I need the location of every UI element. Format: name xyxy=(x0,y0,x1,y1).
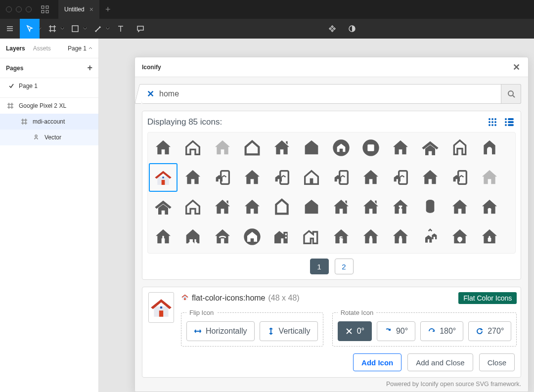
icon-result[interactable] xyxy=(386,133,415,162)
icon-result[interactable] xyxy=(178,193,207,221)
icon-result[interactable] xyxy=(178,222,207,251)
icon-result[interactable] xyxy=(386,163,415,192)
icon-result[interactable] xyxy=(178,163,207,192)
page-button[interactable]: 1 xyxy=(310,259,329,274)
icon-result[interactable] xyxy=(416,163,445,192)
icon-result[interactable] xyxy=(178,133,207,162)
icon-result[interactable] xyxy=(267,193,296,221)
icon-result[interactable] xyxy=(386,222,415,251)
mask-icon[interactable] xyxy=(342,19,362,39)
icon-result[interactable] xyxy=(475,222,504,251)
svg-rect-39 xyxy=(285,237,287,238)
traffic-light-zoom[interactable] xyxy=(26,6,32,12)
assets-tab[interactable]: Assets xyxy=(33,45,51,52)
icon-result[interactable] xyxy=(475,193,504,221)
close-button[interactable]: Close xyxy=(479,353,515,371)
icon-result[interactable] xyxy=(208,193,237,221)
svg-point-17 xyxy=(491,118,493,120)
icon-result[interactable] xyxy=(475,163,504,192)
new-tab-button[interactable]: + xyxy=(99,4,117,15)
svg-rect-38 xyxy=(285,233,287,235)
move-tool-button[interactable] xyxy=(20,19,40,39)
icon-result[interactable] xyxy=(356,222,385,251)
icon-result[interactable] xyxy=(445,133,474,162)
components-icon[interactable] xyxy=(322,19,342,39)
icon-result[interactable] xyxy=(149,222,178,251)
icon-result[interactable] xyxy=(327,133,356,162)
window-controls[interactable] xyxy=(0,6,38,12)
icon-result[interactable] xyxy=(267,222,296,251)
icon-result[interactable] xyxy=(208,163,237,192)
grid-view-button[interactable] xyxy=(486,116,499,129)
icon-result[interactable] xyxy=(445,193,474,221)
list-view-button[interactable] xyxy=(503,116,516,129)
icon-result[interactable] xyxy=(238,222,267,251)
clear-search-icon[interactable]: ✕ xyxy=(147,88,154,99)
svg-rect-8 xyxy=(42,6,44,8)
flip-horizontal-button[interactable]: Horizontally xyxy=(186,321,255,341)
icon-result[interactable]: $ xyxy=(327,222,356,251)
icon-result-selected[interactable] xyxy=(149,163,178,192)
layers-tab[interactable]: Layers xyxy=(6,45,25,52)
close-icon[interactable]: × xyxy=(89,6,93,13)
icon-result[interactable] xyxy=(238,193,267,221)
page-button[interactable]: 2 xyxy=(335,259,354,274)
icon-result[interactable] xyxy=(208,133,237,162)
icon-result[interactable] xyxy=(208,222,237,251)
icon-result[interactable] xyxy=(416,133,445,162)
add-and-close-button[interactable]: Add and Close xyxy=(407,353,473,371)
icon-result[interactable] xyxy=(297,133,326,162)
icon-result[interactable] xyxy=(356,163,385,192)
layer-row-selected[interactable]: mdi-account xyxy=(0,114,98,130)
svg-rect-41 xyxy=(370,236,372,242)
icon-result[interactable] xyxy=(238,133,267,162)
icon-result[interactable] xyxy=(149,133,178,162)
svg-point-24 xyxy=(494,124,496,126)
rotate-180-button[interactable]: 180° xyxy=(420,321,463,341)
icon-result[interactable] xyxy=(475,133,504,162)
icon-result[interactable] xyxy=(386,193,415,221)
shape-tool-button[interactable] xyxy=(65,19,85,39)
file-tab[interactable]: Untitled × xyxy=(58,0,99,19)
page-selector[interactable]: Page 1 xyxy=(68,45,92,52)
text-tool-button[interactable] xyxy=(111,19,131,39)
icon-result[interactable] xyxy=(297,193,326,221)
icon-result[interactable] xyxy=(445,163,474,192)
traffic-light-minimize[interactable] xyxy=(16,6,22,12)
hamburger-menu-button[interactable] xyxy=(0,19,20,39)
rotate-0-button[interactable]: 0° xyxy=(338,321,372,341)
pages-header: Pages xyxy=(6,65,23,72)
svg-point-21 xyxy=(494,121,496,123)
icon-result[interactable] xyxy=(327,193,356,221)
traffic-light-close[interactable] xyxy=(6,6,12,12)
rotate-270-button[interactable]: 270° xyxy=(468,321,511,341)
icon-result[interactable] xyxy=(149,193,178,221)
icon-result[interactable] xyxy=(238,163,267,192)
comment-tool-button[interactable] xyxy=(131,19,150,39)
close-icon[interactable]: ✕ xyxy=(511,62,521,73)
icon-result[interactable] xyxy=(297,222,326,251)
frame-tool-button[interactable] xyxy=(43,19,62,39)
icon-result[interactable] xyxy=(356,193,385,221)
add-page-button[interactable]: + xyxy=(87,63,92,73)
pen-tool-button[interactable] xyxy=(88,19,108,39)
icon-result[interactable] xyxy=(297,163,326,192)
icon-result[interactable] xyxy=(356,133,385,162)
rotate-90-button[interactable]: 90° xyxy=(377,321,415,341)
collection-badge[interactable]: Flat Color Icons xyxy=(458,292,517,304)
layer-row-frame[interactable]: Google Pixel 2 XL xyxy=(0,98,98,114)
layer-row-vector[interactable]: Vector xyxy=(0,130,98,145)
svg-point-34 xyxy=(192,242,194,245)
icon-result[interactable] xyxy=(416,193,445,221)
page-row[interactable]: Page 1 xyxy=(0,78,98,94)
flip-vertical-button[interactable]: Vertically xyxy=(260,321,318,341)
icon-result[interactable] xyxy=(267,133,296,162)
search-button[interactable] xyxy=(501,84,521,104)
icon-result[interactable] xyxy=(267,163,296,192)
icon-result[interactable] xyxy=(445,222,474,251)
add-icon-button[interactable]: Add Icon xyxy=(353,353,401,371)
search-input[interactable] xyxy=(158,89,496,99)
app-menu-icon[interactable] xyxy=(38,2,52,17)
icon-result[interactable] xyxy=(416,222,445,251)
icon-result[interactable] xyxy=(327,163,356,192)
